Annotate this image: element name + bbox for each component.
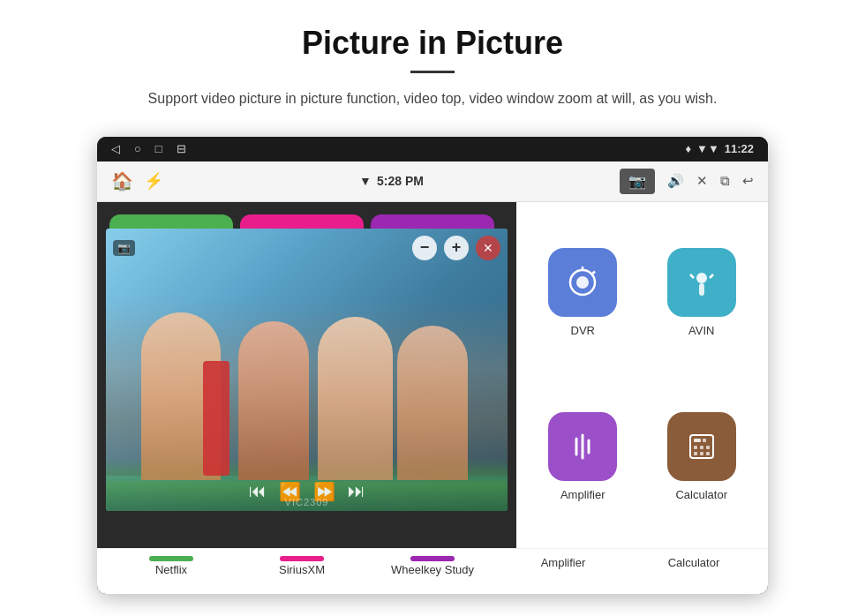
pip-video-window[interactable]: 📷 − + ✕ ⏮ ⏪ ⏩ ⏭ VIC2309	[106, 229, 508, 511]
pip-prev-button[interactable]: ⏮	[249, 481, 267, 502]
usb-icon: ⚡	[144, 171, 163, 191]
wheelkey-label: Wheelkey Study	[391, 563, 474, 576]
bottom-app-calculator-label-area[interactable]: Calculator	[632, 556, 756, 569]
netflix-dot	[149, 556, 193, 561]
app-item-avin[interactable]: AVIN	[643, 211, 762, 375]
app-item-amplifier[interactable]: Amplifier	[523, 375, 643, 539]
figure-3	[318, 317, 393, 480]
app-bar-right: 📷 🔊 ✕ ⧉ ↩	[620, 169, 754, 194]
svg-rect-5	[699, 283, 704, 296]
wifi-signal-icon: ▼	[359, 174, 372, 188]
svg-rect-15	[700, 446, 703, 449]
avin-icon-box	[667, 248, 736, 317]
app-bar-left: 🏠 ⚡	[111, 170, 163, 192]
figure-4	[397, 326, 468, 480]
app-item-dvr[interactable]: DVR	[523, 211, 643, 375]
appbar-time: 5:28 PM	[377, 174, 424, 188]
avin-label: AVIN	[688, 324, 714, 337]
pip-shrink-button[interactable]: −	[412, 236, 437, 260]
title-divider	[410, 71, 455, 73]
pip-next-button[interactable]: ⏭	[348, 481, 365, 502]
app-bar: 🏠 ⚡ ▼ 5:28 PM 📷 🔊 ✕ ⧉ ↩	[97, 162, 768, 202]
svg-rect-12	[694, 439, 701, 442]
volume-button[interactable]: 🔊	[667, 173, 684, 189]
pip-grow-button[interactable]: +	[444, 236, 469, 260]
figure-2	[238, 321, 309, 480]
pip-area: 📷 − + ✕ ⏮ ⏪ ⏩ ⏭ VIC2309	[97, 202, 516, 548]
siriusxm-label: SiriusXM	[279, 563, 325, 576]
amplifier-label: Amplifier	[560, 488, 606, 501]
netflix-label: Netflix	[155, 563, 187, 576]
pip-camera-icon: 📷	[113, 240, 135, 256]
dvr-label: DVR	[571, 324, 595, 337]
pip-video-background	[106, 229, 508, 511]
svg-point-4	[696, 273, 707, 283]
nav-back-icon[interactable]: ◁	[111, 142, 120, 155]
bottom-app-amplifier-label-area[interactable]: Amplifier	[501, 556, 625, 569]
calculator-bottom-label: Calculator	[668, 556, 720, 569]
bottom-app-wheelkey[interactable]: Wheelkey Study	[371, 556, 494, 576]
status-time: 11:22	[725, 142, 754, 155]
svg-line-3	[593, 272, 596, 274]
pip-button[interactable]: ⧉	[720, 173, 730, 189]
wifi-time-area: ▼ 5:28 PM	[359, 174, 424, 188]
camera-button[interactable]: 📷	[620, 169, 655, 194]
pip-resize-controls: − + ✕	[412, 236, 500, 260]
device-frame: ◁ ○ □ ⊟ ♦ ▼▼ 11:22 🏠 ⚡ ▼ 5:28 PM 📷 🔊 ✕ ⧉…	[97, 137, 768, 594]
svg-rect-16	[706, 446, 710, 449]
amplifier-bottom-label: Amplifier	[541, 556, 586, 569]
siriusxm-dot	[280, 556, 324, 561]
bottom-app-siriusxm[interactable]: SiriusXM	[240, 556, 364, 576]
pip-top-controls: 📷 − + ✕	[113, 236, 500, 260]
svg-rect-14	[694, 446, 697, 449]
wifi-icon: ▼▼	[696, 142, 719, 155]
nav-recents-icon[interactable]: □	[155, 142, 162, 155]
nav-cast-icon[interactable]: ⊟	[177, 142, 186, 155]
svg-rect-13	[703, 439, 706, 442]
red-element	[203, 361, 229, 476]
app-grid: DVR AVIN	[516, 202, 768, 548]
amplifier-icon-box	[548, 412, 617, 481]
svg-rect-19	[706, 452, 710, 455]
status-bar-left: ◁ ○ □ ⊟	[111, 142, 186, 155]
nav-home-icon[interactable]: ○	[134, 142, 141, 155]
page-subtitle: Support video picture in picture functio…	[124, 87, 741, 110]
pip-close-button[interactable]: ✕	[476, 236, 500, 260]
svg-line-6	[690, 274, 694, 278]
main-content: 📷 − + ✕ ⏮ ⏪ ⏩ ⏭ VIC2309	[97, 202, 768, 548]
page-header: Picture in Picture Support video picture…	[0, 0, 865, 124]
svg-line-7	[710, 274, 713, 278]
bottom-labels: Netflix SiriusXM Wheelkey Study Amplifie…	[97, 548, 768, 594]
back-button[interactable]: ↩	[742, 173, 754, 189]
status-bar: ◁ ○ □ ⊟ ♦ ▼▼ 11:22	[97, 137, 768, 162]
wheelkey-dot	[410, 556, 455, 561]
page-title: Picture in Picture	[53, 25, 812, 62]
svg-point-1	[576, 276, 589, 289]
home-button[interactable]: 🏠	[111, 170, 133, 192]
svg-rect-17	[694, 452, 697, 455]
calculator-icon-box	[667, 412, 736, 481]
location-icon: ♦	[685, 142, 691, 155]
dvr-icon-box	[548, 248, 617, 317]
status-bar-right: ♦ ▼▼ 11:22	[685, 142, 754, 155]
calculator-label: Calculator	[675, 488, 727, 501]
app-item-calculator[interactable]: Calculator	[643, 375, 762, 539]
bottom-app-netflix[interactable]: Netflix	[109, 556, 233, 576]
svg-rect-18	[700, 452, 703, 455]
watermark: VIC2309	[285, 497, 329, 507]
close-button[interactable]: ✕	[696, 173, 708, 189]
